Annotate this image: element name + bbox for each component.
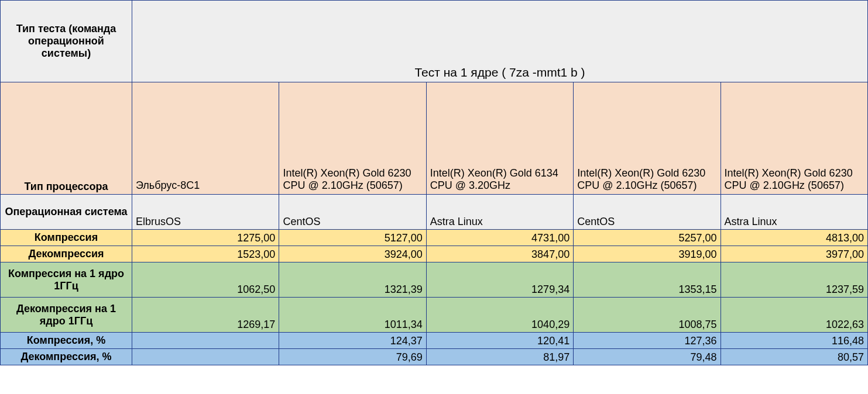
- value-cell: 4813,00: [721, 230, 867, 246]
- value-cell: 1321,39: [279, 262, 426, 298]
- header-row-os: Операционная система ElbrusOS CentOS Ast…: [1, 195, 868, 230]
- header-test-type: Тип теста (команда операционной системы): [1, 1, 132, 82]
- os-cell: ElbrusOS: [132, 195, 279, 230]
- row-comp-pct: Компрессия, % 124,37 120,41 127,36 116,4…: [1, 333, 868, 349]
- row-label: Компрессия, %: [1, 333, 132, 349]
- value-cell: 1062,50: [132, 262, 279, 298]
- value-cell: 116,48: [721, 333, 867, 349]
- row-comp-per-core: Компрессия на 1 ядро 1ГГц 1062,50 1321,3…: [1, 262, 868, 298]
- value-cell: 79,69: [279, 349, 426, 365]
- row-compression: Компрессия 1275,00 5127,00 4731,00 5257,…: [1, 230, 868, 246]
- value-cell: 80,57: [721, 349, 867, 365]
- value-cell: 127,36: [574, 333, 721, 349]
- value-cell: 1040,29: [426, 298, 573, 333]
- row-decomp-per-core: Декомпрессия на 1 ядро 1ГГц 1269,17 1011…: [1, 298, 868, 333]
- value-cell: 1022,63: [721, 298, 867, 333]
- os-cell: Astra Linux: [426, 195, 573, 230]
- value-cell: [132, 349, 279, 365]
- row-label: Декомпрессия на 1 ядро 1ГГц: [1, 298, 132, 333]
- row-label: Компрессия: [1, 230, 132, 246]
- value-cell: 1523,00: [132, 246, 279, 262]
- header-test-span: Тест на 1 ядре ( 7za -mmt1 b ): [132, 1, 868, 82]
- value-cell: 4731,00: [426, 230, 573, 246]
- cpu-cell: Эльбрус-8С1: [132, 82, 279, 195]
- os-cell: CentOS: [279, 195, 426, 230]
- row-label: Декомпрессия, %: [1, 349, 132, 365]
- value-cell: 3924,00: [279, 246, 426, 262]
- value-cell: 124,37: [279, 333, 426, 349]
- value-cell: 3977,00: [721, 246, 867, 262]
- os-cell: CentOS: [574, 195, 721, 230]
- value-cell: 5257,00: [574, 230, 721, 246]
- header-cpu-type: Тип процессора: [1, 82, 132, 195]
- value-cell: 1011,34: [279, 298, 426, 333]
- value-cell: 1237,59: [721, 262, 867, 298]
- cpu-cell: Intel(R) Xeon(R) Gold 6230 CPU @ 2.10GHz…: [279, 82, 426, 195]
- row-decomp-pct: Декомпрессия, % 79,69 81,97 79,48 80,57: [1, 349, 868, 365]
- value-cell: 1269,17: [132, 298, 279, 333]
- cpu-cell: Intel(R) Xeon(R) Gold 6134 CPU @ 3.20GHz: [426, 82, 573, 195]
- row-label: Компрессия на 1 ядро 1ГГц: [1, 262, 132, 298]
- os-cell: Astra Linux: [721, 195, 867, 230]
- value-cell: 1353,15: [574, 262, 721, 298]
- header-os: Операционная система: [1, 195, 132, 230]
- value-cell: 1008,75: [574, 298, 721, 333]
- benchmark-table: Тип теста (команда операционной системы)…: [0, 0, 868, 365]
- cpu-cell: Intel(R) Xeon(R) Gold 6230 CPU @ 2.10GHz…: [721, 82, 867, 195]
- value-cell: 120,41: [426, 333, 573, 349]
- header-row-cpu: Тип процессора Эльбрус-8С1 Intel(R) Xeon…: [1, 82, 868, 195]
- value-cell: 3919,00: [574, 246, 721, 262]
- row-decompression: Декомпрессия 1523,00 3924,00 3847,00 391…: [1, 246, 868, 262]
- value-cell: 1275,00: [132, 230, 279, 246]
- row-label: Декомпрессия: [1, 246, 132, 262]
- value-cell: [132, 333, 279, 349]
- value-cell: 81,97: [426, 349, 573, 365]
- value-cell: 3847,00: [426, 246, 573, 262]
- header-row-test-type: Тип теста (команда операционной системы)…: [1, 1, 868, 82]
- value-cell: 79,48: [574, 349, 721, 365]
- value-cell: 1279,34: [426, 262, 573, 298]
- value-cell: 5127,00: [279, 230, 426, 246]
- cpu-cell: Intel(R) Xeon(R) Gold 6230 CPU @ 2.10GHz…: [574, 82, 721, 195]
